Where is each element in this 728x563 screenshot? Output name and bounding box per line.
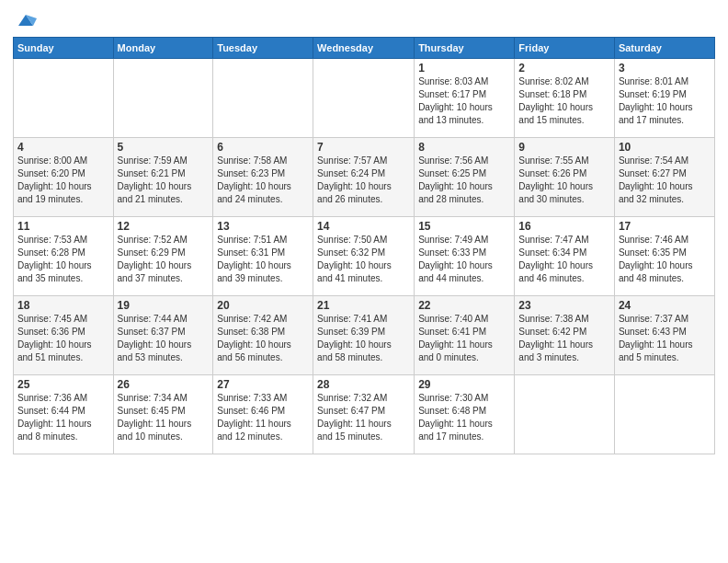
calendar-cell — [515, 375, 615, 454]
calendar-week-4: 18Sunrise: 7:45 AMSunset: 6:36 PMDayligh… — [14, 296, 715, 375]
day-info: Sunrise: 8:03 AMSunset: 6:17 PMDaylight:… — [418, 75, 510, 127]
day-number: 27 — [217, 378, 309, 391]
day-number: 3 — [619, 62, 711, 75]
day-info: Sunrise: 7:41 AMSunset: 6:39 PMDaylight:… — [317, 313, 410, 364]
day-number: 19 — [118, 299, 210, 312]
day-info: Sunrise: 7:47 AMSunset: 6:34 PMDaylight:… — [518, 234, 610, 285]
calendar-cell: 3Sunrise: 8:01 AMSunset: 6:19 PMDaylight… — [614, 59, 714, 138]
day-info: Sunrise: 7:38 AMSunset: 6:42 PMDaylight:… — [518, 313, 610, 364]
calendar-page: SundayMondayTuesdayWednesdayThursdayFrid… — [0, 0, 728, 563]
day-number: 12 — [118, 220, 210, 233]
day-info: Sunrise: 7:53 AMSunset: 6:28 PMDaylight:… — [17, 234, 109, 285]
calendar-cell: 15Sunrise: 7:49 AMSunset: 6:33 PMDayligh… — [415, 217, 515, 296]
weekday-header-tuesday: Tuesday — [213, 38, 313, 59]
calendar-cell: 2Sunrise: 8:02 AMSunset: 6:18 PMDaylight… — [515, 59, 615, 138]
day-number: 6 — [217, 141, 309, 154]
calendar-cell — [113, 59, 213, 138]
day-number: 8 — [418, 141, 510, 154]
calendar-cell — [14, 59, 114, 138]
calendar-cell: 29Sunrise: 7:30 AMSunset: 6:48 PMDayligh… — [415, 375, 515, 454]
calendar-cell: 17Sunrise: 7:46 AMSunset: 6:35 PMDayligh… — [614, 217, 714, 296]
day-number: 18 — [17, 299, 109, 312]
logo — [13, 9, 37, 31]
day-info: Sunrise: 7:30 AMSunset: 6:48 PMDaylight:… — [418, 392, 510, 443]
day-info: Sunrise: 7:37 AMSunset: 6:43 PMDaylight:… — [619, 313, 711, 364]
weekday-header-thursday: Thursday — [415, 38, 515, 59]
logo-icon — [15, 9, 37, 31]
weekday-header-saturday: Saturday — [614, 38, 714, 59]
day-number: 17 — [619, 220, 711, 233]
day-info: Sunrise: 7:50 AMSunset: 6:32 PMDaylight:… — [317, 234, 410, 285]
calendar-cell: 10Sunrise: 7:54 AMSunset: 6:27 PMDayligh… — [614, 138, 714, 217]
calendar-cell: 26Sunrise: 7:34 AMSunset: 6:45 PMDayligh… — [113, 375, 213, 454]
day-number: 14 — [317, 220, 410, 233]
day-number: 15 — [418, 220, 510, 233]
calendar-cell: 7Sunrise: 7:57 AMSunset: 6:24 PMDaylight… — [313, 138, 415, 217]
calendar-cell: 25Sunrise: 7:36 AMSunset: 6:44 PMDayligh… — [14, 375, 114, 454]
day-info: Sunrise: 7:36 AMSunset: 6:44 PMDaylight:… — [17, 392, 109, 443]
day-info: Sunrise: 7:46 AMSunset: 6:35 PMDaylight:… — [619, 234, 711, 285]
day-info: Sunrise: 7:52 AMSunset: 6:29 PMDaylight:… — [118, 234, 210, 285]
day-number: 24 — [619, 299, 711, 312]
day-info: Sunrise: 7:57 AMSunset: 6:24 PMDaylight:… — [317, 155, 410, 206]
calendar-cell: 1Sunrise: 8:03 AMSunset: 6:17 PMDaylight… — [415, 59, 515, 138]
day-info: Sunrise: 7:49 AMSunset: 6:33 PMDaylight:… — [418, 234, 510, 285]
day-number: 11 — [17, 220, 109, 233]
day-number: 25 — [17, 378, 109, 391]
calendar-week-5: 25Sunrise: 7:36 AMSunset: 6:44 PMDayligh… — [14, 375, 715, 454]
day-info: Sunrise: 7:51 AMSunset: 6:31 PMDaylight:… — [217, 234, 309, 285]
calendar-cell: 12Sunrise: 7:52 AMSunset: 6:29 PMDayligh… — [113, 217, 213, 296]
calendar-header: SundayMondayTuesdayWednesdayThursdayFrid… — [14, 38, 715, 59]
calendar-cell — [313, 59, 415, 138]
calendar-cell: 13Sunrise: 7:51 AMSunset: 6:31 PMDayligh… — [213, 217, 313, 296]
calendar-week-1: 1Sunrise: 8:03 AMSunset: 6:17 PMDaylight… — [14, 59, 715, 138]
day-info: Sunrise: 7:42 AMSunset: 6:38 PMDaylight:… — [217, 313, 309, 364]
day-info: Sunrise: 7:59 AMSunset: 6:21 PMDaylight:… — [118, 155, 210, 206]
day-number: 2 — [518, 62, 610, 75]
day-number: 29 — [418, 378, 510, 391]
calendar-cell: 14Sunrise: 7:50 AMSunset: 6:32 PMDayligh… — [313, 217, 415, 296]
calendar-cell: 20Sunrise: 7:42 AMSunset: 6:38 PMDayligh… — [213, 296, 313, 375]
page-header — [13, 9, 715, 31]
day-number: 16 — [518, 220, 610, 233]
calendar-cell: 24Sunrise: 7:37 AMSunset: 6:43 PMDayligh… — [614, 296, 714, 375]
calendar-cell: 8Sunrise: 7:56 AMSunset: 6:25 PMDaylight… — [415, 138, 515, 217]
day-number: 4 — [17, 141, 109, 154]
calendar-cell: 4Sunrise: 8:00 AMSunset: 6:20 PMDaylight… — [14, 138, 114, 217]
day-info: Sunrise: 7:55 AMSunset: 6:26 PMDaylight:… — [518, 155, 610, 206]
calendar-cell: 21Sunrise: 7:41 AMSunset: 6:39 PMDayligh… — [313, 296, 415, 375]
day-info: Sunrise: 8:00 AMSunset: 6:20 PMDaylight:… — [17, 155, 109, 206]
day-number: 23 — [518, 299, 610, 312]
day-number: 26 — [118, 378, 210, 391]
day-info: Sunrise: 8:02 AMSunset: 6:18 PMDaylight:… — [518, 75, 610, 127]
calendar-cell: 18Sunrise: 7:45 AMSunset: 6:36 PMDayligh… — [14, 296, 114, 375]
calendar-cell: 27Sunrise: 7:33 AMSunset: 6:46 PMDayligh… — [213, 375, 313, 454]
day-number: 5 — [118, 141, 210, 154]
day-info: Sunrise: 7:33 AMSunset: 6:46 PMDaylight:… — [217, 392, 309, 443]
day-info: Sunrise: 7:44 AMSunset: 6:37 PMDaylight:… — [118, 313, 210, 364]
day-number: 20 — [217, 299, 309, 312]
day-info: Sunrise: 8:01 AMSunset: 6:19 PMDaylight:… — [619, 75, 711, 127]
calendar-cell: 5Sunrise: 7:59 AMSunset: 6:21 PMDaylight… — [113, 138, 213, 217]
calendar-cell: 9Sunrise: 7:55 AMSunset: 6:26 PMDaylight… — [515, 138, 615, 217]
day-info: Sunrise: 7:56 AMSunset: 6:25 PMDaylight:… — [418, 155, 510, 206]
day-number: 9 — [518, 141, 610, 154]
day-number: 13 — [217, 220, 309, 233]
day-number: 28 — [317, 378, 410, 391]
day-info: Sunrise: 7:32 AMSunset: 6:47 PMDaylight:… — [317, 392, 410, 443]
weekday-header-monday: Monday — [113, 38, 213, 59]
day-info: Sunrise: 7:45 AMSunset: 6:36 PMDaylight:… — [17, 313, 109, 364]
calendar-cell: 23Sunrise: 7:38 AMSunset: 6:42 PMDayligh… — [515, 296, 615, 375]
day-number: 10 — [619, 141, 711, 154]
calendar-week-3: 11Sunrise: 7:53 AMSunset: 6:28 PMDayligh… — [14, 217, 715, 296]
day-info: Sunrise: 7:40 AMSunset: 6:41 PMDaylight:… — [418, 313, 510, 364]
calendar-cell: 28Sunrise: 7:32 AMSunset: 6:47 PMDayligh… — [313, 375, 415, 454]
weekday-header-row: SundayMondayTuesdayWednesdayThursdayFrid… — [14, 38, 715, 59]
calendar-cell: 6Sunrise: 7:58 AMSunset: 6:23 PMDaylight… — [213, 138, 313, 217]
day-number: 7 — [317, 141, 410, 154]
day-number: 1 — [418, 62, 510, 75]
calendar-cell: 19Sunrise: 7:44 AMSunset: 6:37 PMDayligh… — [113, 296, 213, 375]
day-number: 21 — [317, 299, 410, 312]
day-info: Sunrise: 7:54 AMSunset: 6:27 PMDaylight:… — [619, 155, 711, 206]
calendar-cell: 11Sunrise: 7:53 AMSunset: 6:28 PMDayligh… — [14, 217, 114, 296]
